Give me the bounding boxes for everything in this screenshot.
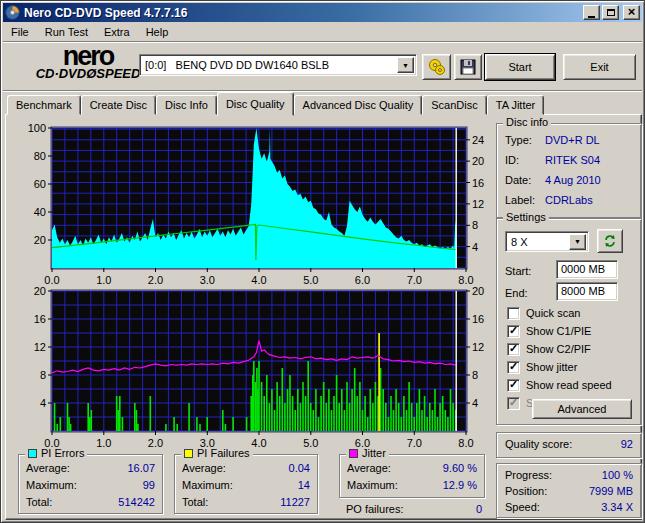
start-position-label: Start: <box>505 265 531 277</box>
quality-score-value: 92 <box>621 438 633 450</box>
checkbox-show-read-speed[interactable]: Show read speed <box>507 378 612 392</box>
maximize-button[interactable] <box>602 5 619 20</box>
menu-help[interactable]: Help <box>138 24 177 40</box>
refresh-button[interactable] <box>597 229 623 253</box>
svg-text:40: 40 <box>34 206 46 218</box>
start-button[interactable]: Start <box>485 54 555 80</box>
stat-label: Maximum: <box>182 479 233 491</box>
speed-select-arrow[interactable]: ▼ <box>569 234 586 250</box>
stat-value: 16.07 <box>127 462 155 474</box>
svg-text:2.0: 2.0 <box>148 437 163 449</box>
tab-scandisc[interactable]: ScanDisc <box>422 95 486 115</box>
stat-value: 9.60 % <box>443 462 477 474</box>
stat-label: Average: <box>347 462 391 474</box>
eject-disc-button[interactable] <box>422 54 451 80</box>
start-position-field[interactable]: 0000 MB <box>556 260 618 279</box>
toolbar: nero CD·DVDØSPEED [0:0] BENQ DVD DD DW16… <box>3 43 642 89</box>
stat-value: 11227 <box>280 496 310 508</box>
disc-id-value: RITEK S04 <box>545 154 600 166</box>
svg-text:4.0: 4.0 <box>251 437 266 449</box>
settings-panel: Settings 8 X ▼ Start: 0000 MB End: 8000 … <box>496 218 642 425</box>
app-icon <box>5 5 20 20</box>
svg-text:8: 8 <box>40 369 46 381</box>
tab-advanced-disc-quality[interactable]: Advanced Disc Quality <box>294 95 423 115</box>
checkbox-show-c1-pie[interactable]: Show C1/PIE <box>507 324 591 338</box>
menu-run-test[interactable]: Run Test <box>37 24 96 40</box>
speed-select[interactable]: 8 X ▼ <box>505 231 589 252</box>
svg-text:8.0: 8.0 <box>458 437 473 449</box>
app-window: Nero CD-DVD Speed 4.7.7.16 × File Run Te… <box>0 0 645 523</box>
svg-text:7.0: 7.0 <box>407 437 422 449</box>
svg-text:4: 4 <box>40 397 46 409</box>
disc-date-value: 4 Aug 2010 <box>545 174 601 186</box>
save-results-button[interactable] <box>454 54 482 80</box>
disc-label-label: Label: <box>505 194 535 206</box>
stat-value: 14 <box>298 479 310 491</box>
disc-type-value: DVD+R DL <box>545 134 600 146</box>
close-icon: × <box>628 5 636 18</box>
checkbox-box[interactable] <box>507 325 520 338</box>
end-position-field[interactable]: 8000 MB <box>556 282 618 301</box>
svg-text:4: 4 <box>472 397 478 409</box>
disc-info-title: Disc info <box>503 116 551 128</box>
stat-label: Total: <box>182 496 208 508</box>
quality-score-panel: Quality score: 92 <box>496 432 642 458</box>
checkbox-box[interactable] <box>507 343 520 356</box>
yellow-swatch-icon <box>184 449 193 458</box>
magenta-swatch-icon <box>349 449 358 458</box>
checkbox-quick-scan[interactable]: Quick scan <box>507 306 580 320</box>
disc-info-panel: Disc info Type: DVD+R DL ID: RITEK S04 D… <box>496 123 642 218</box>
minimize-button[interactable] <box>583 5 600 20</box>
po-failures-label: PO failures: <box>346 503 403 515</box>
discs-icon <box>427 58 447 76</box>
speed-select-value: 8 X <box>506 236 569 248</box>
drive-select[interactable]: [0:0] BENQ DVD DD DW1640 BSLB ▼ <box>139 54 417 76</box>
save-icon <box>460 59 476 75</box>
svg-text:8: 8 <box>472 369 478 381</box>
svg-text:16: 16 <box>472 313 484 325</box>
title-bar: Nero CD-DVD Speed 4.7.7.16 × <box>3 3 642 22</box>
drive-select-arrow[interactable]: ▼ <box>397 57 414 73</box>
checkbox-label: Show C2/PIF <box>526 343 591 355</box>
disc-date-label: Date: <box>505 174 531 186</box>
menu-extra[interactable]: Extra <box>96 24 138 40</box>
jitter-stats-panel: Jitter Average:9.60 % Maximum:12.9 % <box>339 454 485 498</box>
svg-text:100: 100 <box>28 122 46 134</box>
tab-create-disc[interactable]: Create Disc <box>81 95 156 115</box>
checkbox-label: Show C1/PIE <box>526 325 591 337</box>
checkbox-show-jitter[interactable]: Show jitter <box>507 360 577 374</box>
stat-label: Average: <box>182 462 226 474</box>
menu-file[interactable]: File <box>3 24 37 40</box>
svg-text:20: 20 <box>34 234 46 246</box>
tab-disc-info[interactable]: Disc Info <box>156 95 217 115</box>
tab-disc-quality[interactable]: Disc Quality <box>217 92 294 116</box>
svg-text:4: 4 <box>472 241 478 253</box>
svg-text:60: 60 <box>34 178 46 190</box>
checkbox-box[interactable] <box>507 307 520 320</box>
separator <box>3 90 642 92</box>
svg-text:12: 12 <box>34 341 46 353</box>
svg-text:24: 24 <box>472 134 484 146</box>
checkbox-box[interactable] <box>507 361 520 374</box>
chevron-down-icon: ▼ <box>402 62 409 69</box>
checkbox-box <box>507 397 520 410</box>
checkbox-label: Show jitter <box>526 361 577 373</box>
menu-bar: File Run Test Extra Help <box>3 23 642 41</box>
disc-quality-page: 2040608010048121620240.01.02.03.04.05.06… <box>5 114 642 520</box>
checkbox-show-c2-pif[interactable]: Show C2/PIF <box>507 342 591 356</box>
svg-text:1.0: 1.0 <box>96 437 111 449</box>
close-button[interactable]: × <box>623 5 640 20</box>
speed-label: Speed: <box>505 501 540 513</box>
tab-ta-jitter[interactable]: TA Jitter <box>487 95 545 115</box>
checkbox-box[interactable] <box>507 379 520 392</box>
po-failures-row: PO failures: 0 <box>346 502 482 516</box>
tab-benchmark[interactable]: Benchmark <box>7 95 81 115</box>
po-failures-value: 0 <box>476 503 482 515</box>
exit-button[interactable]: Exit <box>563 54 636 80</box>
advanced-button[interactable]: Advanced <box>532 399 632 419</box>
checkbox-label: Quick scan <box>526 307 580 319</box>
svg-text:20: 20 <box>34 285 46 297</box>
svg-text:16: 16 <box>34 313 46 325</box>
disc-id-label: ID: <box>505 154 519 166</box>
stat-value: 514242 <box>118 496 155 508</box>
